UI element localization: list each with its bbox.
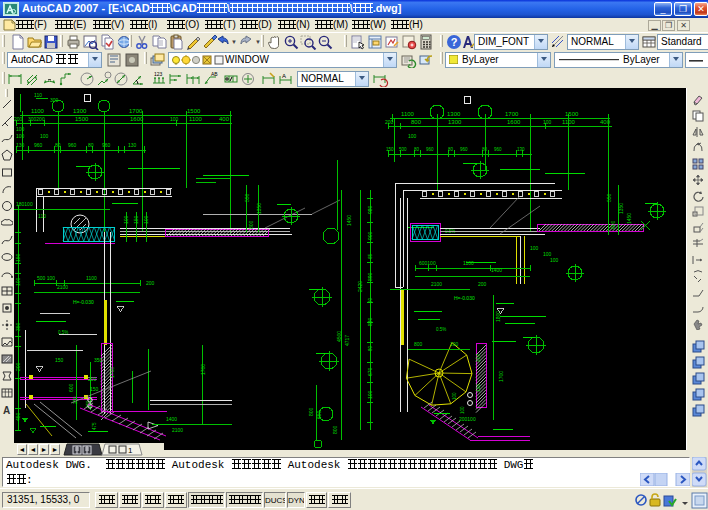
svg-text:800: 800 [610,220,616,229]
svg-text:100: 100 [452,392,457,400]
svg-text:350: 350 [15,322,21,331]
svg-text:500 100: 500 100 [37,275,55,281]
svg-text:670: 670 [367,367,373,376]
svg-text:100: 100 [40,133,49,139]
svg-text:350: 350 [94,357,103,363]
svg-text:200: 200 [385,119,394,125]
svg-text:4717: 4717 [344,335,350,346]
svg-text:H=-0.030: H=-0.030 [454,295,475,301]
svg-text:A: A [3,405,10,416]
svg-text:1100: 1100 [189,116,203,122]
svg-text:1100: 1100 [562,119,576,125]
svg-text:2100: 2100 [57,284,68,290]
svg-text:960: 960 [102,142,111,148]
svg-text:80: 80 [414,147,420,152]
svg-text:150: 150 [386,147,394,152]
svg-text:130: 130 [16,142,25,148]
svg-text:100: 100 [367,390,373,399]
svg-text:960: 960 [68,142,77,148]
svg-text:2100: 2100 [431,281,442,287]
svg-text:200: 200 [15,362,21,371]
svg-text:400: 400 [600,119,611,125]
svg-text:1700: 1700 [498,371,504,382]
svg-text:1450: 1450 [346,215,352,226]
svg-text:1100: 1100 [31,108,45,114]
svg-text:1400: 1400 [166,416,177,422]
svg-text:100: 100 [550,257,559,263]
svg-text:100: 100 [450,341,459,347]
svg-text:1800: 1800 [495,311,501,322]
svg-text:80: 80 [88,142,94,148]
svg-text:600: 600 [68,383,74,392]
svg-text:800: 800 [308,407,314,416]
svg-text:1350: 1350 [618,203,624,214]
svg-text:960: 960 [494,147,502,152]
svg-text:650: 650 [316,410,322,419]
svg-text:1100: 1100 [463,260,474,266]
svg-text:200: 200 [88,376,97,382]
svg-text:100: 100 [543,119,552,125]
svg-text:100: 100 [408,133,417,139]
svg-text:100: 100 [170,116,179,122]
svg-text:80: 80 [448,147,454,152]
svg-text:900: 900 [367,231,373,240]
svg-text:150: 150 [90,386,99,392]
svg-text:1: 1 [128,446,133,455]
svg-text:100: 100 [16,133,25,139]
svg-text:550: 550 [244,193,250,202]
svg-text:1500: 1500 [187,108,201,114]
svg-text:475: 475 [92,422,97,430]
svg-text:400: 400 [219,116,230,122]
svg-text:AB: AB [211,71,218,77]
svg-text:980: 980 [367,205,373,214]
svg-text:0.5%: 0.5% [436,327,446,332]
svg-text:800: 800 [414,341,423,347]
svg-text:1500: 1500 [565,111,579,117]
svg-text:600100: 600100 [419,260,436,266]
svg-text:200: 200 [478,281,487,287]
svg-text:500: 500 [399,147,407,152]
svg-text:110: 110 [34,92,42,98]
svg-text:65: 65 [368,253,373,259]
svg-text:110: 110 [38,213,46,219]
svg-text:1500: 1500 [75,116,89,122]
svg-text:960: 960 [426,147,434,152]
svg-text:960: 960 [460,147,468,152]
svg-text:1300: 1300 [448,119,462,125]
svg-text:123: 123 [154,71,163,77]
svg-text:300200: 300200 [28,116,45,122]
svg-text:1450: 1450 [626,213,632,224]
svg-text:150: 150 [475,383,481,392]
svg-text:1300: 1300 [447,111,461,117]
svg-text:1700: 1700 [200,364,206,375]
svg-text:960: 960 [34,142,43,148]
svg-text:1700: 1700 [505,111,519,117]
svg-text:H=-0.030: H=-0.030 [73,299,94,305]
svg-text:250: 250 [73,396,78,404]
svg-text:880: 880 [367,317,373,326]
svg-text:890: 890 [367,272,373,281]
svg-text:1100: 1100 [86,275,97,281]
svg-text:550: 550 [606,193,612,202]
svg-text:800: 800 [411,119,422,125]
svg-text:100: 100 [15,277,21,286]
svg-text:1400: 1400 [491,267,502,273]
svg-text:1300: 1300 [73,108,87,114]
svg-text:150: 150 [15,253,21,262]
svg-text:100: 100 [460,406,465,414]
svg-text:1700: 1700 [129,108,143,114]
svg-text:800: 800 [332,425,338,434]
svg-text:150: 150 [55,357,64,363]
svg-text:200: 200 [14,116,23,122]
svg-text:800: 800 [248,220,254,229]
svg-text:1700: 1700 [109,367,115,378]
svg-text:1350: 1350 [256,203,262,214]
svg-text:60: 60 [368,297,373,303]
svg-text:100: 100 [530,245,539,251]
svg-text:1100: 1100 [401,111,415,117]
svg-text:2420: 2420 [357,281,363,292]
svg-text:180100: 180100 [16,201,33,207]
svg-text:2100: 2100 [172,427,183,433]
svg-text:?: ? [451,36,458,48]
svg-text:130: 130 [128,142,137,148]
